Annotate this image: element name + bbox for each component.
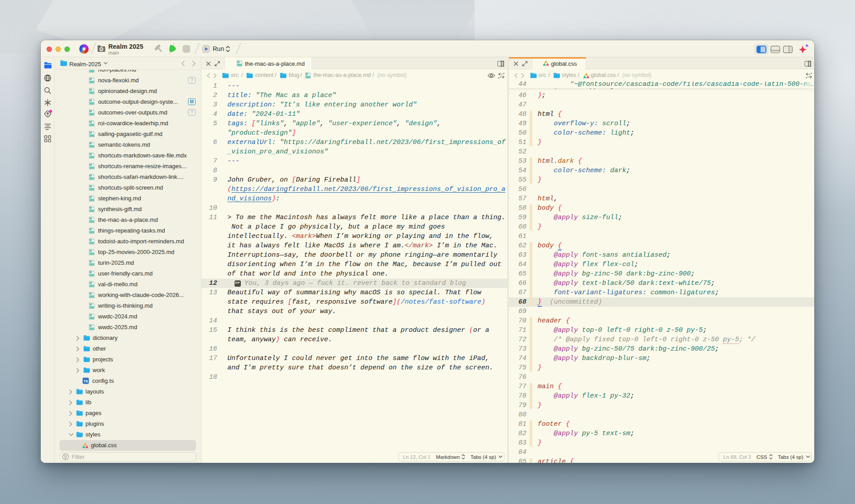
svg-text:M: M <box>90 271 92 274</box>
svg-text:M: M <box>90 195 92 199</box>
svg-text:M: M <box>90 110 92 113</box>
svg-text:M: M <box>90 249 92 252</box>
svg-text:M: M <box>90 174 92 177</box>
svg-text:M: M <box>90 185 92 188</box>
svg-text:M: M <box>90 238 92 241</box>
svg-text:M: M <box>90 281 92 284</box>
svg-text:M: M <box>90 217 92 220</box>
svg-text:M: M <box>90 228 92 231</box>
svg-text:M: M <box>90 142 92 145</box>
svg-text:M: M <box>90 99 92 102</box>
svg-text:M: M <box>237 60 239 64</box>
svg-text:TS: TS <box>83 379 88 383</box>
svg-text:M: M <box>90 324 92 327</box>
svg-text:M: M <box>90 313 92 317</box>
svg-text:M: M <box>90 88 92 91</box>
svg-text:M: M <box>90 131 92 134</box>
svg-text:M: M <box>90 77 92 80</box>
svg-text:M: M <box>90 292 92 295</box>
svg-text:M: M <box>306 72 308 76</box>
svg-text:M: M <box>90 303 92 306</box>
svg-text:M: M <box>90 163 92 166</box>
svg-text:M: M <box>90 260 92 263</box>
svg-text:M: M <box>90 120 92 123</box>
svg-text:M: M <box>90 152 92 156</box>
svg-text:M: M <box>90 206 92 209</box>
